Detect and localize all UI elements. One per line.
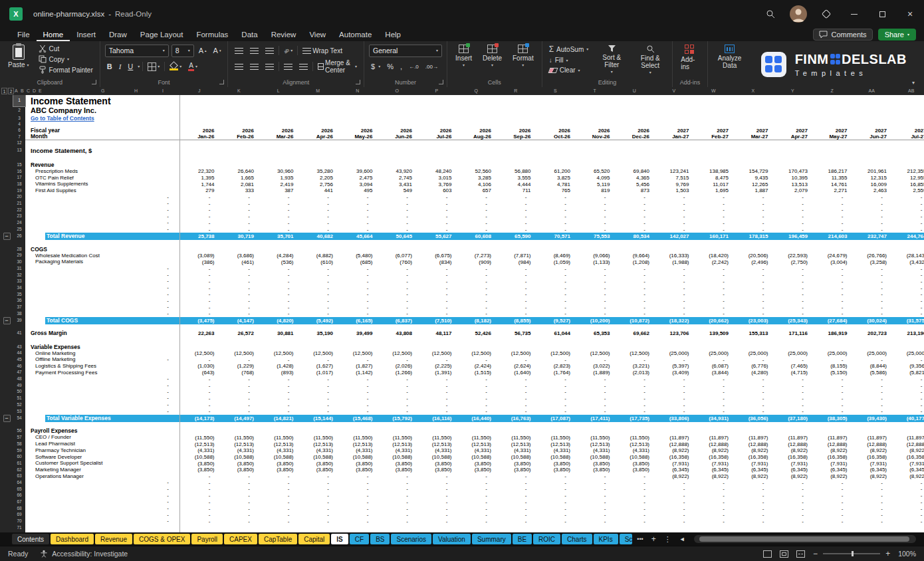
cell[interactable]: 11,017 [694,181,734,187]
cell[interactable]: 2,419 [259,181,298,187]
close-button[interactable]: × [896,0,924,28]
cell[interactable]: - [219,213,259,219]
cell[interactable]: - [852,480,892,486]
cell[interactable]: Mar-26 [259,134,298,140]
cell[interactable]: (12,888) [812,441,852,447]
cell[interactable]: - [812,395,852,401]
cell[interactable]: (3,850) [536,461,576,467]
cell[interactable]: (6,345) [891,467,924,473]
cell[interactable]: (909) [457,259,497,265]
cell[interactable]: - [298,480,338,486]
cell[interactable]: - [733,201,773,207]
cell[interactable]: - [694,389,734,395]
cell[interactable]: 7,515 [654,175,694,181]
cell[interactable]: - [496,194,536,200]
cell[interactable]: - [259,304,298,310]
cell[interactable]: 2026 [615,128,655,134]
cell[interactable]: Jun-26 [378,134,417,140]
cell[interactable]: (11,550) [378,435,417,441]
cell[interactable]: (3,850) [575,461,615,467]
cell[interactable]: - [615,207,655,213]
cell[interactable]: (16,358) [654,454,694,460]
cell[interactable]: 22,263 [179,330,219,336]
cell[interactable]: (7,931) [733,461,773,467]
cell[interactable]: 387 [259,187,298,193]
cell[interactable]: - [575,310,615,316]
find-select-button[interactable]: Find & Select▾ [633,44,667,75]
cell[interactable]: (5,150) [812,370,852,376]
cell[interactable]: (25,343) [773,318,813,324]
comma-format-icon[interactable]: , [398,62,404,71]
cell[interactable]: 3,015 [417,175,457,181]
cell[interactable]: (4,147) [219,318,259,324]
cell[interactable]: - [812,493,852,499]
cell[interactable]: (17,411) [575,415,615,421]
cell[interactable]: - [773,493,813,499]
cell[interactable]: - [536,298,576,304]
cell[interactable]: - [733,383,773,389]
cell[interactable]: - [733,220,773,226]
cell[interactable]: (17,735) [615,415,655,421]
cell[interactable]: - [812,499,852,505]
cell[interactable]: - [179,207,219,213]
cell[interactable]: (386) [179,259,219,265]
cell[interactable]: - [259,213,298,219]
col-header-I[interactable]: I [162,87,164,95]
cell[interactable]: - [298,310,338,316]
cell[interactable]: - [615,499,655,505]
cell[interactable]: 55,627 [417,233,457,239]
cell[interactable]: - [417,357,457,363]
cell[interactable]: - [891,383,924,389]
cell[interactable]: - [496,220,536,226]
cell[interactable]: - [852,291,892,297]
cell[interactable]: (3,850) [179,467,219,473]
cell[interactable]: 123,241 [654,168,694,174]
cell[interactable]: - [812,518,852,524]
cell[interactable]: - [654,310,694,316]
cell[interactable]: (25,000) [733,350,773,356]
cell[interactable]: - [694,298,734,304]
cell[interactable]: (3,850) [219,467,259,473]
cell[interactable]: - [496,480,536,486]
cell[interactable]: 12,955 [891,175,924,181]
cell[interactable]: (11,897) [773,435,813,441]
analyze-data-button[interactable]: Analyze Data [713,44,747,70]
cell[interactable]: 5,456 [615,181,655,187]
cell[interactable]: - [496,207,536,213]
cell[interactable]: (3,850) [615,461,655,467]
cell[interactable]: - [417,473,457,479]
cell[interactable]: (3,850) [298,461,338,467]
cell[interactable]: - [417,499,457,505]
cell[interactable]: - [733,389,773,395]
cell[interactable]: 657 [457,187,497,193]
cell[interactable]: - [259,518,298,524]
cell[interactable]: (25,000) [891,350,924,356]
row-number[interactable]: 54 [13,415,25,422]
col-header-B[interactable]: B [21,87,24,95]
cell[interactable]: - [852,506,892,512]
cell[interactable]: 26,640 [219,168,259,174]
avatar[interactable] [784,0,812,28]
search-icon[interactable] [756,0,784,28]
col-header-J[interactable]: J [179,87,219,95]
cell[interactable]: - [298,227,338,233]
cell[interactable]: (1,640) [496,370,536,376]
cell[interactable]: - [891,285,924,291]
outline-collapse-button[interactable]: − [3,317,11,324]
cell[interactable]: - [457,207,497,213]
cell[interactable]: - [179,480,219,486]
cell[interactable]: - [536,220,576,226]
cell[interactable]: (3,850) [457,467,497,473]
row-number[interactable]: 64 [13,479,25,486]
cell[interactable]: - [575,298,615,304]
cell[interactable]: 441 [298,187,338,193]
cell[interactable]: - [773,518,813,524]
cell[interactable]: 1,695 [694,187,734,193]
row-number[interactable]: 60 [13,454,25,461]
col-header-K[interactable]: K [219,87,259,95]
fill-button[interactable]: ↓Fill▾ [547,56,591,64]
row-number[interactable]: 47 [13,370,25,376]
cell[interactable]: (6,345) [812,467,852,473]
cell[interactable]: - [575,389,615,395]
cell[interactable]: 3,769 [417,181,457,187]
